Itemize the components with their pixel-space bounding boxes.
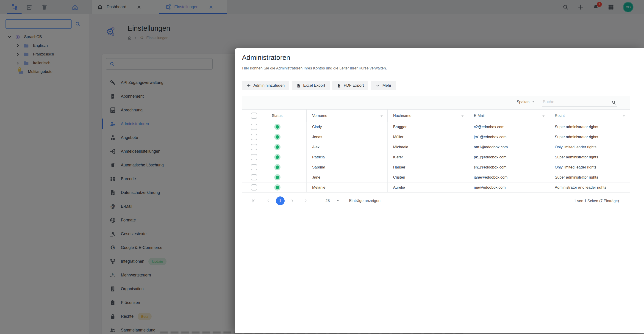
file-export-icon: x bbox=[337, 83, 341, 88]
panel-action-bar: Admin hinzufügen x Excel Export x PDF Ex… bbox=[242, 81, 396, 90]
filter-icon[interactable] bbox=[622, 114, 626, 118]
cell-nachname: Müller bbox=[388, 132, 468, 142]
status-dot bbox=[276, 176, 279, 179]
panel-action-button[interactable]: Mehr bbox=[371, 81, 396, 90]
page-size-label: Einträge anzeigen bbox=[349, 199, 380, 203]
table-toolbar: Spalten bbox=[242, 96, 630, 110]
app-window: Dashboard ⚙⚙⚙ Einstellungen bbox=[0, 0, 644, 334]
filter-icon[interactable] bbox=[460, 114, 464, 118]
column-header[interactable]: Status bbox=[266, 110, 307, 122]
plus-icon bbox=[246, 83, 251, 88]
cell-recht: Super administrator rights bbox=[549, 152, 630, 162]
select-all-checkbox[interactable] bbox=[251, 113, 257, 119]
cell-nachname: Cristen bbox=[388, 172, 468, 182]
cell-nachname: Brugger bbox=[388, 122, 468, 132]
cell-recht: Super administrator rights bbox=[549, 122, 630, 132]
panel-action-button[interactable]: x Excel Export bbox=[292, 81, 330, 90]
status-dot bbox=[276, 155, 279, 159]
table-body: Cindy Brugger c2@edoobox.com Super admin… bbox=[242, 122, 630, 193]
cell-email: c2@edoobox.com bbox=[468, 122, 549, 132]
table-row[interactable]: Alex Michaela am1@edoobox.com Only limit… bbox=[242, 142, 630, 152]
status-dot bbox=[276, 135, 279, 139]
row-checkbox[interactable] bbox=[251, 144, 257, 150]
cell-recht: Super administrator rights bbox=[549, 172, 630, 182]
panel-action-button[interactable]: Admin hinzufügen bbox=[242, 81, 289, 90]
cell-vorname: Jonas bbox=[307, 132, 388, 142]
cell-recht: Only limited leader rights bbox=[549, 142, 630, 152]
svg-text:x: x bbox=[298, 85, 299, 87]
table-row[interactable]: Jane Cristen jane@edoobox.com Super admi… bbox=[242, 172, 630, 182]
column-header[interactable]: Vorname bbox=[307, 110, 388, 122]
column-header[interactable]: Recht bbox=[549, 110, 630, 122]
row-checkbox[interactable] bbox=[251, 184, 257, 191]
panel-subtitle: Hier können Sie die Administratoren Ihre… bbox=[242, 66, 387, 70]
select-all-cell bbox=[242, 110, 266, 122]
row-checkbox[interactable] bbox=[251, 124, 257, 130]
cell-recht: Super administrator rights bbox=[549, 132, 630, 142]
row-checkbox[interactable] bbox=[251, 134, 257, 140]
status-dot bbox=[276, 186, 279, 189]
file-export-icon: x bbox=[296, 83, 301, 88]
cell-nachname: Hauser bbox=[388, 162, 468, 172]
status-dot bbox=[276, 166, 279, 169]
filter-icon[interactable] bbox=[542, 114, 546, 118]
cell-email: jane@edoobox.com bbox=[468, 172, 549, 182]
panel-title: Administratoren bbox=[242, 54, 290, 61]
pagination-bar: 1 25 Einträge anzeigen 1 von 1 Seiten (7… bbox=[242, 193, 630, 209]
cell-vorname: Cindy bbox=[307, 122, 388, 132]
cell-email: jm1@edoobox.com bbox=[468, 132, 549, 142]
filter-icon[interactable] bbox=[380, 114, 384, 118]
table-row[interactable]: Jonas Müller jm1@edoobox.com Super admin… bbox=[242, 132, 630, 142]
cell-email: am1@edoobox.com bbox=[468, 142, 549, 152]
table-row[interactable]: Patricia Kiefer pk1@edoobox.com Super ad… bbox=[242, 152, 630, 162]
table-search-input[interactable] bbox=[542, 98, 617, 107]
current-page-button[interactable]: 1 bbox=[276, 196, 284, 205]
previous-page-icon[interactable] bbox=[266, 198, 271, 203]
cell-nachname: Michaela bbox=[388, 142, 468, 152]
cell-nachname: Aurelie bbox=[388, 182, 468, 192]
cell-email: pk1@edoobox.com bbox=[468, 152, 549, 162]
table-row[interactable]: Melanie Aurelie ma@edoobox.com Administr… bbox=[242, 182, 630, 193]
cell-vorname: Jane bbox=[307, 172, 388, 182]
panel-action-button[interactable]: x PDF Export bbox=[332, 81, 368, 90]
page-size-select[interactable]: 25 bbox=[326, 199, 340, 203]
row-checkbox[interactable] bbox=[251, 154, 257, 160]
status-dot bbox=[276, 145, 279, 149]
cell-vorname: Melanie bbox=[307, 182, 388, 192]
cell-vorname: Alex bbox=[307, 142, 388, 152]
svg-text:x: x bbox=[338, 85, 340, 87]
column-header[interactable]: Nachname bbox=[388, 110, 468, 122]
row-checkbox[interactable] bbox=[251, 174, 257, 180]
cell-vorname: Patricia bbox=[307, 152, 388, 162]
cell-nachname: Kiefer bbox=[388, 152, 468, 162]
caret-down-icon bbox=[532, 100, 535, 103]
cell-vorname: Sabrina bbox=[307, 162, 388, 172]
cell-email: ma@edoobox.com bbox=[468, 182, 549, 192]
administrators-panel: Administratoren Hier können Sie die Admi… bbox=[234, 48, 644, 333]
row-checkbox[interactable] bbox=[251, 164, 257, 170]
caret-down-icon bbox=[336, 199, 340, 202]
search-icon[interactable] bbox=[611, 100, 616, 105]
status-dot bbox=[276, 125, 279, 129]
cell-recht: Only limited leader rights bbox=[549, 162, 630, 172]
cell-recht: Administrator and leader rights bbox=[549, 182, 630, 192]
next-page-icon[interactable] bbox=[290, 198, 295, 203]
column-header[interactable]: E-Mail bbox=[468, 110, 549, 122]
pagination-summary: 1 von 1 Seiten (7 Einträge) bbox=[574, 199, 630, 203]
columns-chooser-button[interactable]: Spalten bbox=[517, 100, 535, 104]
table-row[interactable]: Cindy Brugger c2@edoobox.com Super admin… bbox=[242, 122, 630, 132]
table-header-row: Status Vorname Nachname E-Mail bbox=[242, 110, 630, 122]
chevron-down-icon bbox=[376, 83, 380, 88]
first-page-icon[interactable] bbox=[252, 198, 257, 203]
cell-email: sh1@edoobox.com bbox=[468, 162, 549, 172]
admin-table: Spalten Status bbox=[242, 96, 630, 209]
table-row[interactable]: Sabrina Hauser sh1@edoobox.com Only limi… bbox=[242, 162, 630, 172]
last-page-icon[interactable] bbox=[303, 198, 308, 203]
